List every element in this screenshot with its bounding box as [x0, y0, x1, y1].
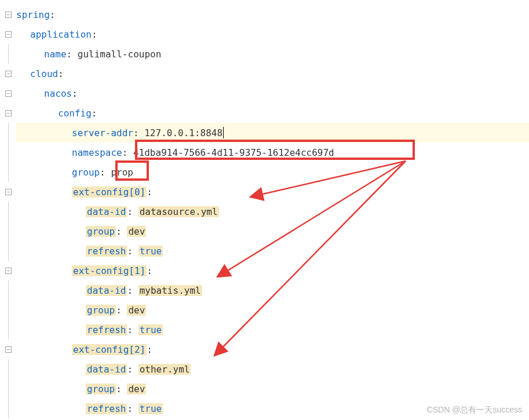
yaml-colon: :: [92, 29, 97, 40]
fold-guide: [8, 379, 9, 399]
fold-guide: [8, 241, 9, 261]
yaml-key: ext-config[1]: [72, 265, 147, 276]
yaml-key: refresh: [86, 324, 127, 335]
yaml-value: mybatis.yml: [138, 285, 202, 296]
code-line[interactable]: name: gulimall-coupon: [16, 44, 529, 64]
yaml-colon: :: [116, 305, 127, 316]
yaml-colon: :: [147, 265, 152, 276]
text-cursor: [223, 127, 224, 138]
code-line[interactable]: namespace: 41dba914-7566-4d11-9375-1612e…: [16, 143, 529, 162]
yaml-value: gulimall-coupon: [78, 49, 162, 60]
yaml-value: true: [138, 403, 163, 414]
yaml-colon: :: [116, 226, 127, 237]
yaml-value: dev: [127, 384, 146, 395]
fold-icon[interactable]: [5, 110, 12, 116]
yaml-value: prop: [111, 167, 133, 178]
yaml-colon: :: [67, 49, 78, 60]
yaml-key: config: [58, 108, 92, 119]
code-line[interactable]: cloud:: [16, 64, 529, 83]
yaml-key: namespace: [72, 147, 122, 158]
yaml-key: application: [30, 29, 92, 40]
code-line[interactable]: refresh: true: [16, 320, 529, 339]
yaml-key: ext-config[2]: [72, 344, 147, 355]
yaml-value: true: [138, 324, 163, 335]
yaml-key: data-id: [86, 206, 127, 217]
fold-guide: [8, 221, 9, 241]
yaml-value: dev: [127, 226, 146, 237]
yaml-colon: :: [92, 108, 97, 119]
code-editor[interactable]: spring: application: name: gulimall-coup…: [0, 0, 529, 420]
yaml-key: group: [86, 384, 116, 395]
code-line[interactable]: nacos:: [16, 83, 529, 103]
code-line[interactable]: refresh: true: [16, 241, 529, 261]
yaml-key: group: [86, 305, 116, 316]
yaml-colon: :: [127, 364, 138, 375]
yaml-colon: :: [127, 246, 138, 257]
yaml-value: 41dba914-7566-4d11-9375-1612e4cc697d: [133, 147, 334, 158]
fold-guide: [8, 320, 9, 339]
fold-icon[interactable]: [5, 346, 12, 353]
yaml-key: group: [72, 167, 100, 178]
code-line[interactable]: data-id: other.yml: [16, 359, 529, 379]
fold-guide: [8, 202, 9, 221]
fold-icon[interactable]: [5, 31, 12, 38]
fold-guide: [8, 399, 9, 418]
yaml-colon: :: [72, 88, 78, 99]
code-line[interactable]: group: dev: [16, 300, 529, 320]
yaml-value: dev: [127, 305, 146, 316]
yaml-key: spring: [16, 9, 50, 20]
yaml-colon: :: [147, 187, 152, 198]
code-line[interactable]: refresh: true: [16, 399, 529, 418]
yaml-key: refresh: [86, 246, 127, 257]
yaml-value: true: [138, 246, 163, 257]
code-line[interactable]: ext-config[1]:: [16, 261, 529, 280]
yaml-colon: :: [100, 167, 111, 178]
yaml-key: refresh: [86, 403, 127, 414]
code-line[interactable]: group: dev: [16, 379, 529, 399]
yaml-colon: :: [116, 384, 127, 395]
yaml-key: cloud: [30, 68, 58, 79]
yaml-key: name: [44, 49, 67, 60]
yaml-value: datasource.yml: [138, 206, 219, 217]
yaml-colon: :: [58, 68, 64, 79]
yaml-colon: :: [127, 285, 138, 296]
fold-guide: [8, 123, 9, 143]
yaml-key: data-id: [86, 364, 127, 375]
code-line[interactable]: data-id: datasource.yml: [16, 202, 529, 221]
code-line[interactable]: ext-config[0]:: [16, 182, 529, 202]
fold-icon[interactable]: [5, 268, 12, 274]
yaml-colon: :: [147, 344, 152, 355]
code-area[interactable]: spring: application: name: gulimall-coup…: [16, 0, 529, 420]
code-line[interactable]: data-id: mybatis.yml: [16, 280, 529, 300]
fold-guide: [8, 300, 9, 320]
code-line[interactable]: config:: [16, 103, 529, 123]
fold-guide: [8, 44, 9, 64]
yaml-colon: :: [50, 9, 56, 20]
yaml-key: nacos: [44, 88, 72, 99]
fold-guide: [8, 359, 9, 379]
yaml-key: ext-config[0]: [72, 187, 147, 198]
code-line[interactable]: group: prop: [16, 162, 529, 182]
yaml-colon: :: [127, 206, 138, 217]
yaml-value: 127.0.0.1:8848: [144, 127, 222, 138]
fold-guide: [8, 280, 9, 300]
fold-icon[interactable]: [5, 71, 12, 77]
yaml-key: group: [86, 226, 116, 237]
yaml-colon: :: [127, 324, 138, 335]
fold-icon[interactable]: [5, 12, 12, 18]
yaml-key: server-addr: [72, 127, 133, 138]
code-line[interactable]: ext-config[2]:: [16, 339, 529, 359]
code-line[interactable]: application:: [16, 24, 529, 44]
fold-guide: [8, 143, 9, 162]
yaml-key: data-id: [86, 285, 127, 296]
fold-gutter: [0, 0, 16, 420]
code-line-current[interactable]: server-addr: 127.0.0.1:8848: [16, 123, 529, 143]
code-line[interactable]: spring:: [16, 5, 529, 24]
fold-icon[interactable]: [5, 90, 12, 97]
yaml-value: other.yml: [138, 364, 191, 375]
fold-guide: [8, 162, 9, 182]
yaml-colon: :: [133, 127, 144, 138]
yaml-colon: :: [127, 403, 138, 414]
fold-icon[interactable]: [5, 189, 12, 195]
code-line[interactable]: group: dev: [16, 221, 529, 241]
